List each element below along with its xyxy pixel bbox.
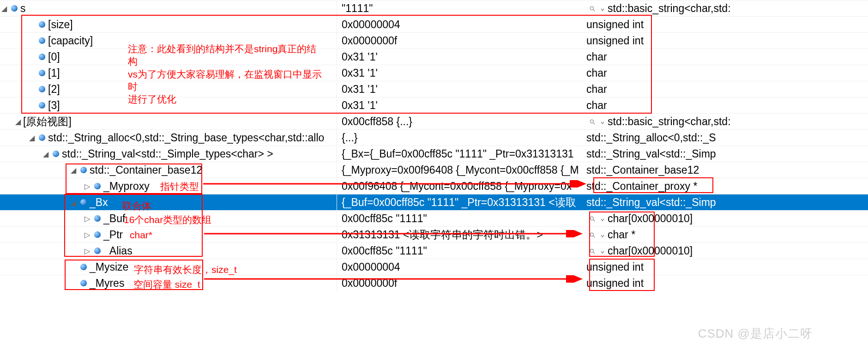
var-value: {_Myproxy=0x00f96408 {_Mycont=0x00cff858… — [342, 164, 579, 176]
tree-row[interactable]: ▷[1]0x31 '1'char — [0, 65, 868, 81]
chevron-down-icon[interactable] — [600, 245, 605, 257]
col-type: char[0x00000010] — [582, 245, 868, 257]
expand-open-icon[interactable]: ◢ — [0, 4, 8, 12]
tree-row[interactable]: ▷_Mysize0x00000004unsigned int — [0, 259, 868, 275]
var-type: unsigned int — [586, 18, 644, 30]
tree-row[interactable]: ▷[0]0x31 '1'char — [0, 48, 868, 65]
var-type: char — [586, 51, 607, 63]
var-value: {...} — [342, 132, 358, 144]
tree-row[interactable]: ▷_Alias0x00cff85c "1111"char[0x00000010] — [0, 242, 868, 259]
col-value: 0x0000000f — [337, 35, 582, 47]
tree-row[interactable]: ▷_Myres0x0000000funsigned int — [0, 275, 868, 291]
var-value: 0x00cff85c "1111" — [342, 212, 427, 224]
var-name: [原始视图] — [23, 115, 72, 129]
magnifier-icon[interactable] — [586, 232, 598, 238]
chevron-down-icon[interactable] — [600, 2, 605, 14]
col-name: ◢[原始视图] — [0, 114, 337, 129]
tree-row[interactable]: ▷_Buf0x00cff85c "1111"char[0x00000010] — [0, 210, 868, 226]
var-type: std::basic_string<char,std: — [608, 2, 731, 14]
tree-row[interactable]: ◢_Bx{_Buf=0x00cff85c "1111" _Ptr=0x31313… — [0, 194, 868, 210]
col-name: ▷_Myres — [0, 275, 337, 291]
var-value: 0x31 '1' — [342, 51, 378, 63]
tree-row[interactable]: ◢[原始视图]0x00cff858 {...}std::basic_string… — [0, 113, 868, 129]
var-type: std::basic_string<char,std: — [608, 115, 731, 127]
expand-open-icon[interactable]: ◢ — [42, 150, 50, 158]
chevron-down-icon[interactable] — [600, 212, 605, 224]
tree-row[interactable]: ▷[2]0x31 '1'char — [0, 81, 868, 97]
tree-row[interactable]: ◢std::_String_alloc<0,std::_String_base_… — [0, 129, 868, 145]
col-type: char * — [582, 229, 868, 241]
expand-open-icon[interactable]: ◢ — [69, 198, 78, 206]
magnifier-icon[interactable] — [586, 248, 598, 254]
var-value: 0x0000000f — [342, 35, 397, 47]
col-value: "1111" — [337, 2, 582, 15]
var-value: 0x31313131 <读取字符串的字符时出错。> — [342, 229, 543, 241]
var-icon — [39, 134, 45, 141]
col-name: ▷[size] — [0, 17, 337, 32]
chevron-down-icon[interactable] — [600, 229, 605, 241]
tree-row[interactable]: ▷[3]0x31 '1'char — [0, 97, 868, 113]
expand-closed-icon[interactable]: ▷ — [83, 230, 91, 239]
var-type: char[0x00000010] — [608, 212, 693, 224]
expand-closed-icon[interactable]: ▷ — [83, 214, 91, 223]
magnifier-icon[interactable] — [586, 216, 598, 222]
var-name: _Bx — [90, 196, 108, 209]
col-name: ◢std::_Container_base12 — [0, 162, 337, 178]
var-type: std::_String_val<std::_Simp — [586, 148, 716, 160]
col-name: ▷[2] — [0, 81, 337, 97]
chevron-down-icon[interactable] — [600, 115, 605, 127]
tree-row[interactable]: ▷[capacity]0x0000000funsigned int — [0, 32, 868, 48]
tree-row[interactable]: ◢s"1111"std::basic_string<char,std: — [0, 0, 868, 16]
var-icon — [39, 86, 45, 92]
col-value: 0x0000000f — [337, 277, 582, 290]
col-type: char[0x00000010] — [582, 212, 868, 225]
var-name: _Myres — [90, 277, 124, 290]
var-value: 0x31 '1' — [342, 99, 378, 111]
var-name: [0] — [48, 51, 60, 63]
var-name: [2] — [48, 83, 60, 96]
var-name: _Alias — [103, 245, 133, 257]
expand-open-icon[interactable]: ◢ — [28, 133, 36, 142]
var-type: char — [586, 67, 607, 79]
var-icon — [94, 248, 101, 254]
var-icon — [39, 102, 45, 109]
expand-open-icon[interactable]: ◢ — [14, 117, 22, 126]
var-icon — [39, 54, 45, 60]
var-value: {_Bx={_Buf=0x00cff85c "1111" _Ptr=0x3131… — [342, 148, 574, 160]
var-name: [capacity] — [48, 35, 93, 47]
var-icon — [53, 151, 59, 157]
tree-row[interactable]: ▷[size]0x00000004unsigned int — [0, 16, 868, 32]
tree-row[interactable]: ▷_Myproxy0x00f96408 {_Mycont=0x00cff858 … — [0, 178, 868, 194]
var-icon — [39, 70, 45, 76]
tree-row[interactable]: ◢std::_Container_base12{_Myproxy=0x00f96… — [0, 162, 868, 178]
col-name: ▷_Buf — [0, 211, 337, 226]
var-type: unsigned int — [586, 277, 644, 289]
var-type: std::_String_val<std::_Simp — [586, 196, 716, 208]
col-type: std::_Container_base12 — [582, 164, 868, 176]
svg-point-2 — [590, 120, 593, 123]
var-name: [1] — [48, 67, 60, 79]
col-value: {_Bx={_Buf=0x00cff85c "1111" _Ptr=0x3131… — [337, 148, 582, 160]
col-type: std::_String_val<std::_Simp — [582, 196, 868, 209]
tree-row[interactable]: ◢std::_String_val<std::_Simple_types<cha… — [0, 145, 868, 162]
var-value: 0x00000004 — [342, 261, 400, 273]
expand-closed-icon[interactable]: ▷ — [83, 182, 91, 190]
col-name: ▷_Myproxy — [0, 178, 337, 194]
col-value: {...} — [337, 132, 582, 144]
var-value: 0x31 '1' — [342, 67, 378, 79]
var-type: char — [586, 99, 607, 111]
svg-point-0 — [590, 6, 593, 10]
expand-open-icon[interactable]: ◢ — [69, 166, 78, 174]
col-value: {_Myproxy=0x00f96408 {_Mycont=0x00cff858… — [337, 164, 582, 176]
tree-row[interactable]: ▷_Ptr0x31313131 <读取字符串的字符时出错。>char * — [0, 226, 868, 242]
var-value: 0x00cff858 {...} — [342, 115, 412, 127]
magnifier-icon[interactable] — [586, 6, 598, 12]
svg-line-1 — [593, 9, 595, 11]
col-value: 0x31 '1' — [337, 99, 582, 112]
svg-point-4 — [590, 217, 593, 220]
magnifier-icon[interactable] — [586, 119, 598, 125]
col-type: char — [582, 83, 868, 96]
col-type: std::_String_val<std::_Simp — [582, 148, 868, 160]
var-value: {_Buf=0x00cff85c "1111" _Ptr=0x31313131 … — [342, 196, 576, 208]
expand-closed-icon[interactable]: ▷ — [83, 247, 91, 255]
